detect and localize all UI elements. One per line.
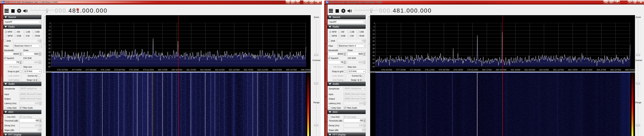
- svg-text:479.8125M: 479.8125M: [143, 69, 154, 71]
- svg-text:482.625M: 482.625M: [539, 69, 549, 71]
- svg-text:482.0625M: 482.0625M: [200, 69, 211, 71]
- svg-text:-50: -50: [372, 58, 375, 60]
- svg-text:484.875M: 484.875M: [272, 69, 282, 71]
- svg-text:-45: -45: [372, 54, 375, 57]
- svg-text:483.750M: 483.750M: [244, 69, 253, 71]
- svg-text:483.1875M: 483.1875M: [229, 69, 240, 71]
- svg-text:478.6875M: 478.6875M: [438, 69, 450, 71]
- svg-text:477.5625M: 477.5625M: [410, 69, 421, 71]
- svg-text:484.875M: 484.875M: [596, 69, 606, 71]
- svg-text:-30: -30: [372, 44, 375, 46]
- svg-text:484.3125M: 484.3125M: [257, 69, 268, 71]
- svg-text:-55: -55: [48, 62, 50, 64]
- svg-text:480.9375M: 480.9375M: [496, 69, 506, 71]
- svg-text:-10: -10: [48, 29, 50, 31]
- svg-text:-30: -30: [48, 44, 50, 46]
- svg-text:-35: -35: [372, 47, 375, 49]
- svg-text:-5: -5: [373, 26, 375, 28]
- svg-text:-60: -60: [48, 65, 50, 68]
- svg-text:480.375M: 480.375M: [482, 69, 492, 71]
- svg-text:477.5625M: 477.5625M: [86, 69, 96, 71]
- svg-text:-15: -15: [372, 33, 375, 35]
- svg-text:476.4375M: 476.4375M: [57, 69, 68, 71]
- svg-text:482.0625M: 482.0625M: [524, 69, 535, 71]
- svg-text:478.125M: 478.125M: [425, 69, 434, 71]
- svg-text:-25: -25: [48, 40, 50, 42]
- svg-text:479.250M: 479.250M: [129, 69, 139, 71]
- svg-text:486.000M: 486.000M: [301, 69, 310, 71]
- svg-text:476.4375M: 476.4375M: [381, 69, 392, 71]
- svg-text:0: 0: [50, 22, 50, 24]
- svg-text:0: 0: [374, 22, 375, 24]
- svg-text:-40: -40: [48, 51, 50, 53]
- svg-text:480.375M: 480.375M: [158, 69, 168, 71]
- svg-text:482.625M: 482.625M: [215, 69, 225, 71]
- svg-text:-25: -25: [372, 40, 375, 42]
- svg-text:485.4375M: 485.4375M: [610, 69, 621, 71]
- svg-text:477.000M: 477.000M: [396, 69, 406, 71]
- svg-text:479.250M: 479.250M: [453, 69, 463, 71]
- svg-text:484.3125M: 484.3125M: [582, 69, 592, 71]
- svg-text:483.1875M: 483.1875M: [553, 69, 564, 71]
- svg-text:479.8125M: 479.8125M: [467, 69, 478, 71]
- svg-text:-40: -40: [372, 51, 375, 53]
- svg-text:-35: -35: [48, 47, 50, 49]
- svg-text:485.4375M: 485.4375M: [286, 69, 297, 71]
- svg-text:-15: -15: [48, 33, 50, 35]
- svg-text:-55: -55: [372, 62, 375, 64]
- svg-text:-5: -5: [49, 26, 50, 28]
- svg-text:-20: -20: [48, 37, 50, 39]
- svg-text:477.000M: 477.000M: [72, 69, 82, 71]
- svg-text:478.6875M: 478.6875M: [114, 69, 125, 71]
- svg-text:483.750M: 483.750M: [568, 69, 578, 71]
- svg-text:480.9375M: 480.9375M: [171, 69, 182, 71]
- svg-text:481.500M: 481.500M: [186, 69, 196, 71]
- svg-text:-60: -60: [372, 65, 375, 68]
- svg-text:-50: -50: [48, 58, 50, 60]
- svg-text:-45: -45: [48, 54, 50, 57]
- svg-text:-20: -20: [372, 37, 375, 39]
- svg-text:478.125M: 478.125M: [100, 69, 110, 71]
- svg-text:481.500M: 481.500M: [511, 69, 520, 71]
- svg-text:-10: -10: [372, 29, 375, 31]
